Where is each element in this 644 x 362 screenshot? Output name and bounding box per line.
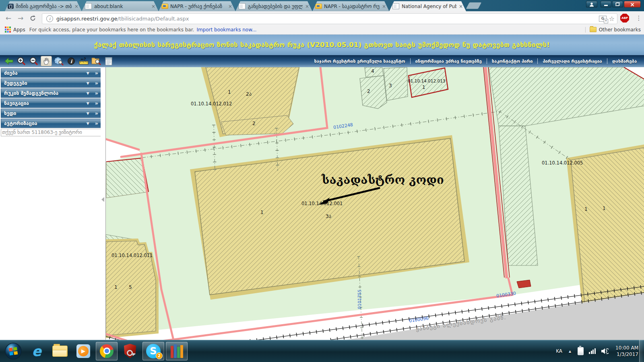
- sub-label: 1: [228, 89, 231, 95]
- import-bookmarks-link[interactable]: Import bookmarks now...: [196, 27, 256, 33]
- zoom-in-button[interactable]: [16, 56, 27, 66]
- sub-label: 2ა: [246, 91, 252, 97]
- page-info-icon[interactable]: i: [46, 15, 53, 22]
- url-host: gisappsn.reestri.gov.ge: [56, 16, 118, 22]
- link-property-info[interactable]: ინფორმაცია უძრავ ნივთებზე: [411, 59, 487, 64]
- adblock-extension-icon[interactable]: ABP: [620, 14, 629, 23]
- report-button[interactable]: [103, 56, 114, 66]
- folder-search-icon: [91, 57, 101, 65]
- expand-icon[interactable]: »: [95, 120, 98, 126]
- chevron-down-icon[interactable]: ▼: [87, 91, 89, 95]
- identify-button[interactable]: i: [66, 56, 77, 66]
- sub-label: 1: [603, 206, 606, 211]
- taskbar-ie-icon[interactable]: e: [26, 342, 47, 360]
- chevron-down-icon[interactable]: ▼: [87, 101, 89, 105]
- chevron-down-icon[interactable]: ▼: [87, 81, 89, 85]
- back-button[interactable]: ←: [3, 13, 14, 23]
- panel-splitter[interactable]: [101, 68, 105, 340]
- chevron-down-icon[interactable]: ▼: [87, 111, 89, 115]
- tab-1[interactable]: მიწის გაფორმება -> თბ ×: [5, 1, 82, 11]
- info-icon: i: [67, 57, 75, 65]
- volume-icon[interactable]: [601, 348, 609, 354]
- sidebar-panel-search[interactable]: ძიება▼»: [1, 68, 101, 78]
- taskbar-security-shield-icon[interactable]: [119, 342, 141, 360]
- pan-tool-button-selected[interactable]: [41, 56, 52, 66]
- taskbar-skype-icon-active[interactable]: S 2: [142, 342, 164, 360]
- url-bar[interactable]: i gisappsn.reestri.gov.ge/tbilisicadmap/…: [42, 13, 617, 24]
- expand-icon[interactable]: »: [95, 110, 98, 116]
- link-public-registry[interactable]: საჯარო რეესტრის ეროვნული სააგენტო: [310, 59, 410, 64]
- start-button[interactable]: [2, 342, 24, 360]
- close-button[interactable]: ×: [624, 1, 641, 8]
- other-bookmarks-button[interactable]: Other bookmarks: [599, 27, 641, 33]
- tab-close-icon[interactable]: ×: [381, 4, 387, 9]
- tab-close-icon[interactable]: ×: [151, 4, 156, 9]
- taskbar-chrome-icon-active[interactable]: [96, 342, 118, 360]
- minimize-icon: [604, 5, 608, 6]
- zoom-out-button[interactable]: [28, 56, 39, 66]
- search-parcel-button[interactable]: [91, 56, 102, 66]
- new-tab-button[interactable]: [466, 2, 482, 9]
- tab-4[interactable]: განცხადებების და უფლ ×: [235, 1, 312, 11]
- forward-button[interactable]: →: [15, 13, 26, 23]
- folder-icon: [52, 346, 68, 357]
- collapse-sidebar-arrow-icon[interactable]: [101, 197, 104, 202]
- translate-icon[interactable]: G: [599, 16, 607, 22]
- sidebar-panel-map-contents[interactable]: რუკის შემადგენლობა▼»: [1, 88, 101, 98]
- svg-text:↔?: ↔?: [81, 57, 86, 61]
- chevron-down-icon[interactable]: ▼: [87, 121, 89, 125]
- globe-search-icon: [54, 57, 64, 66]
- taskbar-media-library-icon[interactable]: [166, 342, 188, 360]
- battery-icon[interactable]: [578, 347, 584, 355]
- link-help[interactable]: დახმარება: [607, 59, 642, 64]
- chevron-down-icon[interactable]: ▼: [87, 71, 89, 75]
- expand-icon[interactable]: »: [95, 90, 98, 96]
- tab-2[interactable]: about:blank ×: [82, 1, 159, 11]
- apps-grid-icon[interactable]: [5, 27, 11, 33]
- reload-button[interactable]: [27, 13, 38, 23]
- language-indicator[interactable]: KA: [556, 348, 562, 354]
- expand-icon[interactable]: »: [95, 100, 98, 106]
- show-desktop-button[interactable]: [639, 340, 644, 362]
- link-primary-registration[interactable]: პირველადი რეგისტრაცია: [538, 59, 607, 64]
- apps-shortcut[interactable]: Apps: [13, 27, 25, 33]
- sub-label: 2: [252, 121, 256, 126]
- windows-start-orb-icon: [4, 342, 22, 360]
- sidebar-panel-authorization[interactable]: ავტორიზაცია▼»: [1, 119, 101, 128]
- minimize-button[interactable]: [601, 1, 611, 8]
- tab-6-active[interactable]: National Agency of Publ ×: [389, 1, 466, 11]
- tab-title: about:blank: [94, 4, 149, 9]
- taskbar-mediaplayer-icon[interactable]: ▶: [72, 342, 94, 360]
- hidden-icons-caret[interactable]: ▴: [569, 348, 571, 354]
- tab-close-icon[interactable]: ×: [458, 4, 464, 9]
- red-structure: [517, 280, 531, 288]
- tab-title: მიწის გაფორმება -> თბ: [16, 4, 72, 9]
- document-icon: [105, 57, 112, 66]
- back-extent-button[interactable]: [3, 56, 14, 66]
- measure-button[interactable]: ↔?: [78, 56, 89, 66]
- link-contact-person[interactable]: საკონტაქტო პირი: [487, 59, 538, 64]
- maximize-button[interactable]: [612, 1, 623, 8]
- tab-3[interactable]: NAPR - უძრავ ქონებაზ ×: [159, 1, 235, 11]
- sidebar-panel-results[interactable]: შედეგები▼»: [1, 78, 101, 88]
- expand-icon[interactable]: »: [95, 80, 98, 86]
- full-extent-button[interactable]: [53, 56, 64, 66]
- tab-title: NAPR - საკადასტრო რუ: [324, 4, 380, 9]
- skype-notification-badge: 2: [156, 352, 163, 359]
- sidebar-panel-navigation[interactable]: ნავიგაცია▼»: [1, 99, 101, 108]
- kebab-menu-icon: ⋮: [636, 14, 642, 22]
- sidebar-panel-view[interactable]: ხედი▼»: [1, 109, 101, 118]
- chrome-menu-button[interactable]: ⋮: [635, 13, 642, 23]
- clock[interactable]: 10:00 AM 1/3/2017: [615, 345, 638, 358]
- expand-icon[interactable]: »: [95, 70, 98, 76]
- taskbar-explorer-icon[interactable]: [49, 342, 71, 360]
- shield-key-icon: [124, 344, 136, 358]
- tab-close-icon[interactable]: ×: [227, 4, 233, 9]
- tab-close-icon[interactable]: ×: [304, 4, 310, 9]
- tab-close-icon[interactable]: ×: [74, 4, 79, 9]
- tab-5[interactable]: NAPR - საკადასტრო რუ ×: [312, 1, 389, 11]
- network-signal-icon[interactable]: [589, 348, 596, 354]
- profile-button[interactable]: [586, 1, 597, 8]
- sub-label: 4: [371, 68, 374, 74]
- cadastral-map[interactable]: 01.10.14.012.012 1 2ა 2 4 2 3 01.10.14.0…: [105, 67, 644, 340]
